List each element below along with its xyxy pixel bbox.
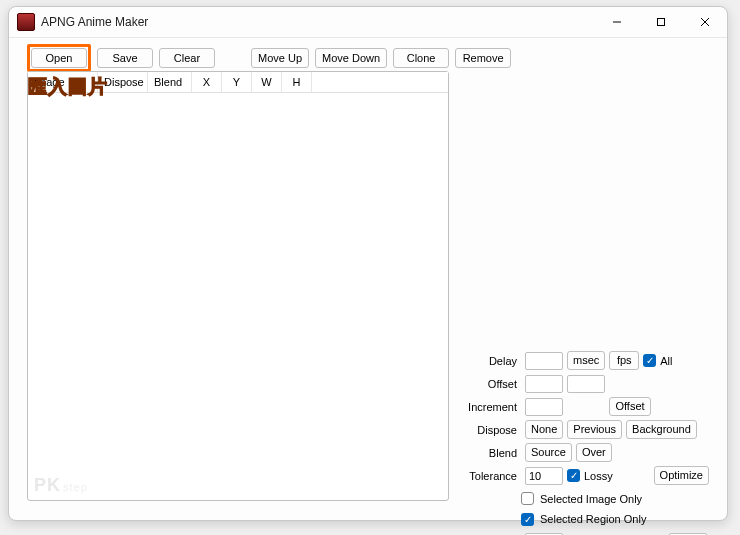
col-y[interactable]: Y (222, 72, 252, 92)
fps-button[interactable]: fps (609, 351, 639, 370)
lossy-label: Lossy (584, 470, 613, 482)
watermark-sub: step (63, 481, 88, 493)
clone-button[interactable]: Clone (393, 48, 449, 68)
dispose-none-button[interactable]: None (525, 420, 563, 439)
close-icon (700, 17, 710, 27)
titlebar: APNG Anime Maker (9, 7, 727, 38)
open-highlight: Open (27, 44, 91, 72)
selected-image-only-checkbox[interactable] (521, 492, 534, 505)
maximize-icon (656, 17, 666, 27)
blend-label: Blend (463, 447, 521, 459)
offset-y-input[interactable] (567, 375, 605, 393)
watermark: PKstep (34, 475, 88, 496)
delay-input[interactable] (525, 352, 563, 370)
offset-label: Offset (463, 378, 521, 390)
dispose-previous-button[interactable]: Previous (567, 420, 622, 439)
col-image[interactable]: Image (28, 72, 98, 92)
settings-panel: Delay msec fps ✓ All Offset Increment Of… (463, 349, 709, 535)
msec-button[interactable]: msec (567, 351, 605, 370)
minimize-icon (612, 17, 622, 27)
blend-over-button[interactable]: Over (576, 443, 612, 462)
lossy-checkbox[interactable]: ✓ (567, 469, 580, 482)
col-dispose[interactable]: Dispose (98, 72, 148, 92)
close-button[interactable] (683, 7, 727, 37)
dispose-background-button[interactable]: Background (626, 420, 697, 439)
clear-button[interactable]: Clear (159, 48, 215, 68)
minimize-button[interactable] (595, 7, 639, 37)
tolerance-input[interactable] (525, 467, 563, 485)
delay-label: Delay (463, 355, 521, 367)
move-down-button[interactable]: Move Down (315, 48, 387, 68)
col-w[interactable]: W (252, 72, 282, 92)
content-area: Image Dispose Blend X Y W H 匯入圖片 PKstep … (27, 71, 709, 502)
save-button[interactable]: Save (97, 48, 153, 68)
frame-list-panel[interactable]: Image Dispose Blend X Y W H 匯入圖片 PKstep (27, 71, 449, 501)
app-icon (17, 13, 35, 31)
svg-rect-1 (658, 19, 665, 26)
maximize-button[interactable] (639, 7, 683, 37)
col-h[interactable]: H (282, 72, 312, 92)
selected-region-only-label: Selected Region Only (540, 513, 646, 525)
col-x[interactable]: X (192, 72, 222, 92)
window-controls (595, 7, 727, 37)
dispose-label: Dispose (463, 424, 521, 436)
offset-button[interactable]: Offset (609, 397, 651, 416)
all-checkbox[interactable]: ✓ (643, 354, 656, 367)
open-button[interactable]: Open (31, 48, 87, 68)
move-up-button[interactable]: Move Up (251, 48, 309, 68)
optimize-button[interactable]: Optimize (654, 466, 709, 485)
selected-region-only-checkbox[interactable]: ✓ (521, 513, 534, 526)
selected-image-only-label: Selected Image Only (540, 493, 642, 505)
remove-button[interactable]: Remove (455, 48, 511, 68)
watermark-main: PK (34, 475, 61, 495)
increment-input[interactable] (525, 398, 563, 416)
offset-x-input[interactable] (525, 375, 563, 393)
tolerance-label: Tolerance (463, 470, 521, 482)
col-blend[interactable]: Blend (148, 72, 192, 92)
app-window: APNG Anime Maker Open Save Clear Move Up… (8, 6, 728, 521)
frame-list-header: Image Dispose Blend X Y W H (28, 72, 448, 93)
window-title: APNG Anime Maker (41, 15, 595, 29)
all-label: All (660, 355, 672, 367)
increment-label: Increment (463, 401, 521, 413)
blend-source-button[interactable]: Source (525, 443, 572, 462)
